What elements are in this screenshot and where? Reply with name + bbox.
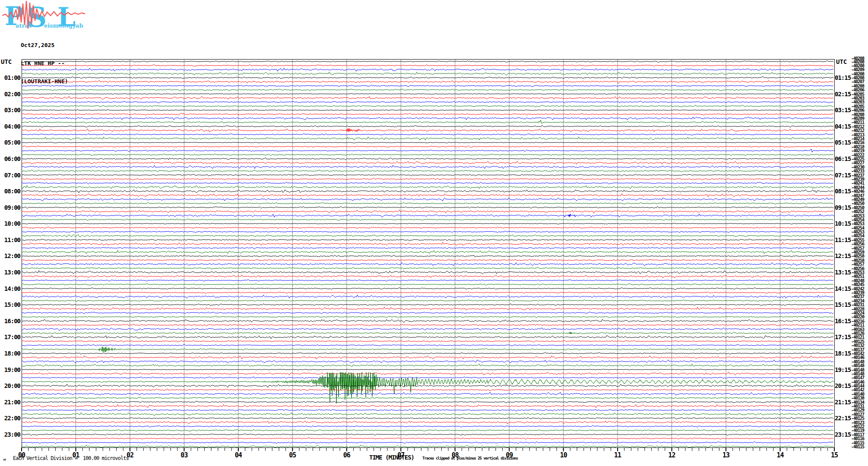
seismogram-trace (22, 101, 833, 103)
seismogram-trace (22, 158, 833, 160)
seismogram-trace (22, 146, 833, 148)
seismogram-trace (22, 292, 833, 293)
seismogram-trace (22, 372, 833, 375)
minute-label: 15 (826, 452, 843, 459)
seismogram-trace (22, 425, 833, 428)
time-label-left: 02:00 (0, 91, 20, 98)
seismogram-trace (22, 120, 834, 123)
minute-label: 10 (555, 452, 572, 459)
time-label-right: 21:15 (835, 399, 852, 406)
time-label-right: 13:15 (835, 269, 852, 276)
seismogram-trace (22, 89, 833, 91)
seismogram-trace (22, 149, 834, 152)
time-label-right: 15:15 (835, 301, 852, 308)
seismogram-trace (22, 347, 833, 353)
time-label-right: 09:15 (835, 204, 852, 211)
minute-label: 11 (609, 452, 626, 459)
seismogram-trace (22, 412, 833, 416)
seismogram-trace (22, 255, 833, 257)
seismogram-trace (22, 165, 833, 169)
seismogram-trace (22, 186, 833, 189)
seismogram-trace (22, 392, 833, 395)
minute-label: 04 (230, 452, 247, 459)
time-label-left: 19:00 (0, 366, 20, 373)
seismogram-trace (22, 344, 833, 346)
seismogram-trace (22, 110, 833, 111)
minute-label: 06 (338, 452, 355, 459)
scale-note: Each Vertical Division = 100.00 microvol… (13, 455, 129, 461)
seismogram-trace (22, 259, 833, 261)
seismogram-trace (22, 206, 833, 208)
time-label-right: 22:15 (835, 415, 852, 422)
time-label-right: 08:15 (835, 188, 852, 195)
time-label-right: 10:15 (835, 220, 852, 227)
seismogram-trace (22, 307, 833, 310)
seismogram-trace (22, 421, 833, 424)
seismogram-trace (22, 441, 833, 444)
time-label-right: 11:15 (835, 236, 852, 243)
seismogram-trace (22, 242, 833, 246)
time-label-left: 04:00 (0, 123, 20, 130)
seismogram-plot (0, 0, 868, 466)
time-label-left: 13:00 (0, 269, 20, 276)
time-label-left: 09:00 (0, 204, 20, 211)
seismogram-trace (22, 369, 833, 370)
seismogram-trace (22, 267, 833, 269)
time-label-right: 23:15 (835, 431, 852, 438)
clip-note: Traces clipped at plus/minus 25 vertical… (422, 456, 518, 460)
seismogram-trace (22, 85, 833, 87)
seismogram-trace (22, 93, 833, 94)
time-label-left: 18:00 (0, 350, 20, 357)
time-label-left: 20:00 (0, 382, 20, 389)
seismogram-trace (22, 429, 833, 431)
minute-label: 05 (284, 452, 301, 459)
seismogram-trace (22, 137, 833, 140)
time-label-left: 15:00 (0, 301, 20, 308)
minute-label: 03 (175, 452, 193, 459)
seismogram-trace (22, 319, 833, 322)
seismogram-trace (22, 182, 833, 184)
time-label-right: 04:15 (835, 123, 852, 130)
time-label-right: 14:15 (835, 285, 852, 292)
seismogram-trace (22, 235, 834, 237)
time-label-left: 07:00 (0, 172, 20, 179)
seismogram-trace (22, 295, 833, 299)
seismogram-trace (22, 328, 833, 331)
seismogram-trace (22, 161, 833, 164)
seismogram-trace (22, 105, 833, 107)
seismogram-trace (22, 231, 833, 233)
seismogram-trace (22, 96, 833, 100)
seismogram-trace (22, 72, 833, 76)
time-label-left: 23:00 (0, 431, 20, 438)
seismogram-trace (22, 247, 833, 249)
seismogram-trace (22, 190, 833, 193)
scale-marker-icon: м (3, 457, 6, 462)
time-label-left: 21:00 (0, 399, 20, 406)
seismogram-trace (22, 401, 833, 403)
time-label-left: 05:00 (0, 139, 20, 146)
time-label-right: 19:15 (835, 366, 852, 373)
seismogram-trace (22, 377, 833, 379)
seismogram-trace (22, 316, 833, 318)
time-label-right: 16:15 (835, 318, 852, 324)
time-label-right: 06:15 (835, 155, 852, 162)
seismogram-trace (22, 372, 834, 403)
seismogram-trace (22, 64, 833, 66)
time-label-left: 11:00 (0, 236, 20, 243)
seismogram-trace (22, 113, 833, 115)
seismogram-trace (22, 438, 833, 440)
seismogram-trace (22, 117, 833, 120)
seismogram-trace (22, 133, 833, 135)
seismogram-trace (22, 174, 833, 176)
trace-offset-value: -40115 (851, 444, 868, 449)
seismogram-trace (22, 364, 833, 367)
time-label-left: 17:00 (0, 334, 20, 340)
seismogram-trace (22, 299, 833, 302)
seismogram-trace (22, 210, 833, 213)
time-label-right: 05:15 (835, 139, 852, 146)
time-label-right: 01:15 (835, 74, 852, 81)
time-label-right: 17:15 (835, 334, 852, 340)
seismogram-trace (22, 125, 833, 127)
time-axis-title: TIME (MINUTES) (369, 454, 414, 461)
seismogram-trace (22, 80, 833, 83)
